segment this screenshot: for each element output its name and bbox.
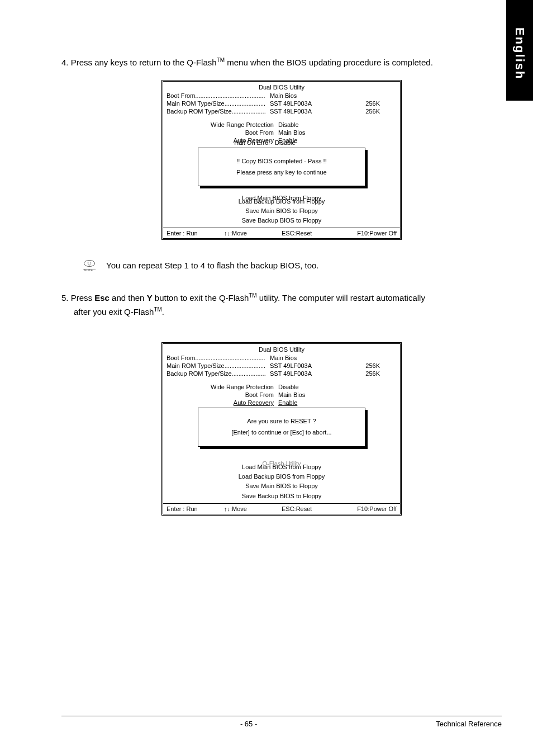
bkrom-label-2: Backup ROM Type/Size....................: [166, 370, 270, 377]
bkrom-row-2: Backup ROM Type/Size....................…: [163, 370, 400, 377]
bootfrom2-value: Main Bios: [278, 129, 305, 136]
step4-text-a: 4. Press any keys to return to the Q-Fla…: [61, 58, 217, 67]
page-number: - 65 -: [240, 720, 257, 728]
language-side-tab: English: [506, 0, 533, 101]
wrp-label-2: Wide Range Protection: [166, 384, 278, 390]
bootfrom-size: [342, 92, 397, 99]
autorec-label-2: Auto Recovery: [166, 399, 278, 406]
page-footer: - 65 - Technical Reference: [61, 716, 502, 728]
footer-enter-2: Enter : Run: [166, 505, 224, 512]
trademark-symbol-3: TM: [154, 306, 161, 313]
bkrom-size-2: 256K: [342, 370, 397, 377]
mainrom-label-2: Main ROM Type/Size......................…: [166, 362, 270, 369]
footer-f10-2: F10:Power Off: [339, 505, 397, 512]
settings-block-2: Wide Range ProtectionDisable Boot FromMa…: [163, 377, 400, 408]
step5-e: after you exit Q-Flash: [74, 307, 154, 316]
step5-c: button to exit the Q-Flash: [153, 293, 249, 303]
step5-a: 5. Press: [61, 293, 94, 303]
reset-confirm-dialog[interactable]: Are you sure to RESET ? [Enter] to conti…: [198, 408, 365, 447]
bkrom-label: Backup ROM Type/Size....................: [166, 108, 270, 115]
bootfrom-value: Main Bios: [270, 92, 342, 99]
bkrom-value: SST 49LF003A: [270, 108, 342, 115]
dialog1-line2: Please press any key to continue: [202, 167, 361, 178]
note-row: NOTE You can repeat Step 1 to 4 to flash…: [80, 259, 502, 272]
step-5: 5. Press Esc and then Y button to exit t…: [61, 291, 502, 305]
step-5-line2: after you exit Q-FlashTM.: [61, 305, 502, 319]
step4-text-b: menu when the BIOS updating procedure is…: [225, 58, 433, 67]
bkrom-value-2: SST 49LF003A: [270, 370, 342, 377]
bios-title: Dual BIOS Utility: [163, 82, 400, 92]
trademark-symbol: TM: [217, 57, 225, 63]
bkrom-row: Backup ROM Type/Size....................…: [163, 107, 400, 115]
note-text: You can repeat Step 1 to 4 to flash the …: [106, 261, 319, 270]
footer-move-2: ↑↓:Move: [224, 505, 282, 512]
step5-esc: Esc: [94, 293, 110, 303]
dialog2-line2: [Enter] to continue or [Esc] to abort...: [202, 427, 361, 438]
mainrom-value-2: SST 49LF003A: [270, 362, 342, 369]
bootfrom2-value-2: Main Bios: [278, 391, 305, 398]
bootfrom2-label-2: Boot From: [166, 391, 278, 398]
menu-load-backup-2[interactable]: Load Backup BIOS from Floppy: [163, 472, 400, 481]
menu-item-hidden-1: Load Main BIOS from Floppy: [163, 195, 400, 201]
footer-esc: ESC:Reset: [282, 230, 339, 237]
overlay-area-1: Halt On ErrorDisable !! Copy BIOS comple…: [163, 145, 400, 196]
menu-list-2: Load Main BIOS from Floppy Load Backup B…: [163, 461, 400, 503]
mainrom-size-2: 256K: [342, 362, 397, 369]
mainrom-value: SST 49LF003A: [270, 100, 342, 107]
bkrom-size: 256K: [342, 108, 397, 115]
note-icon: NOTE: [80, 259, 98, 272]
footer-move: ↑↓:Move: [224, 230, 282, 237]
menu-save-main[interactable]: Save Main BIOS to Floppy: [163, 206, 400, 216]
step5-b: and then: [110, 293, 147, 303]
bootfrom-value-2: Main Bios: [270, 355, 342, 361]
bios-footer-1: Enter : Run ↑↓:Move ESC:Reset F10:Power …: [163, 228, 400, 238]
wrp-label: Wide Range Protection: [166, 121, 278, 128]
bootfrom-row: Boot From...............................…: [163, 92, 400, 100]
mainrom-label: Main ROM Type/Size......................…: [166, 100, 270, 107]
halterr-value: Disable: [275, 139, 296, 146]
bootfrom-label: Boot From...............................…: [166, 92, 270, 99]
bootfrom2-label: Boot From: [166, 129, 278, 136]
step5-f: .: [162, 307, 164, 316]
dialog2-line1: Are you sure to RESET ?: [202, 416, 361, 427]
autorec-value-2: Enable: [278, 399, 297, 406]
step-4: 4. Press any keys to return to the Q-Fla…: [61, 56, 502, 70]
menu-save-main-2[interactable]: Save Main BIOS to Floppy: [163, 481, 400, 491]
footer-enter: Enter : Run: [166, 230, 224, 237]
bootfrom-row-2: Boot From...............................…: [163, 354, 400, 362]
copy-complete-dialog[interactable]: !! Copy BIOS completed - Pass !! Please …: [198, 148, 365, 187]
step5-d: utility. The computer will restart autom…: [257, 293, 425, 303]
page-section: Technical Reference: [436, 720, 502, 728]
mainrom-row: Main ROM Type/Size......................…: [163, 100, 400, 107]
halterr-label: Halt On Error: [163, 139, 275, 146]
menu-hidden-qflash: Q-Flash Utility: [163, 460, 400, 467]
svg-point-1: [88, 262, 89, 263]
wrp-value: Disable: [278, 121, 299, 128]
bios-utility-box-2: Dual BIOS Utility Boot From.............…: [161, 342, 402, 515]
wrp-value-2: Disable: [278, 384, 299, 390]
dialog1-line1: !! Copy BIOS completed - Pass !!: [202, 156, 361, 167]
footer-esc-2: ESC:Reset: [282, 505, 339, 512]
mainrom-row-2: Main ROM Type/Size......................…: [163, 362, 400, 370]
menu-save-backup[interactable]: Save Backup BIOS to Floppy: [163, 216, 400, 225]
svg-point-2: [90, 262, 91, 263]
overlay-area-2: Are you sure to RESET ? [Enter] to conti…: [163, 408, 400, 461]
svg-point-0: [84, 260, 94, 266]
footer-f10: F10:Power Off: [339, 230, 397, 237]
bios-footer-2: Enter : Run ↑↓:Move ESC:Reset F10:Power …: [163, 503, 400, 514]
menu-save-backup-2[interactable]: Save Backup BIOS to Floppy: [163, 492, 400, 501]
page-content: 4. Press any keys to return to the Q-Fla…: [0, 0, 533, 516]
step5-y: Y: [147, 293, 153, 303]
bios-utility-box-1: Dual BIOS Utility Boot From.............…: [161, 80, 402, 240]
bootfrom-label-2: Boot From...............................…: [166, 355, 270, 361]
trademark-symbol-2: TM: [249, 292, 256, 299]
mainrom-size: 256K: [342, 100, 397, 107]
bios-title-2: Dual BIOS Utility: [163, 344, 400, 354]
